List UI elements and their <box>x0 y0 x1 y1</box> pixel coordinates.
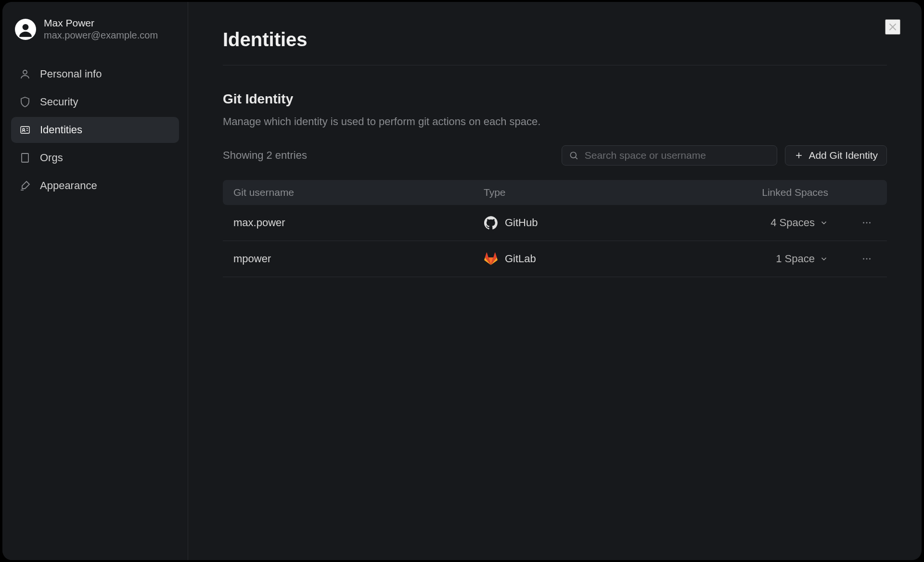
user-icon <box>19 68 31 80</box>
entries-count-label: Showing 2 entries <box>223 149 554 162</box>
building-icon <box>19 152 31 164</box>
search-icon <box>569 150 578 161</box>
svg-point-16 <box>571 152 577 158</box>
sidebar-item-appearance[interactable]: Appearance <box>11 173 179 199</box>
main-content: Identities Git Identity Manage which ide… <box>188 2 922 560</box>
row-actions-menu[interactable] <box>857 254 876 264</box>
avatar-icon <box>16 20 35 38</box>
row-actions-menu[interactable] <box>857 217 876 228</box>
github-icon <box>484 216 498 230</box>
gitlab-icon <box>484 252 498 266</box>
search-input[interactable] <box>585 150 770 161</box>
svg-point-6 <box>23 128 25 130</box>
section-title: Git Identity <box>223 91 887 107</box>
settings-modal: Max Power max.power@example.com Personal… <box>2 2 922 560</box>
sidebar-nav: Personal info Security Identities Orgs <box>11 61 179 199</box>
linked-spaces-dropdown[interactable]: 1 Space <box>734 253 857 265</box>
cell-type: GitHub <box>484 216 734 230</box>
more-icon <box>861 254 872 264</box>
profile-email: max.power@example.com <box>44 30 158 41</box>
toolbar: Showing 2 entries Add Git Identity <box>223 145 887 166</box>
svg-line-17 <box>576 157 578 159</box>
shield-icon <box>19 96 31 108</box>
chevron-down-icon <box>820 255 828 263</box>
table-row: max.power GitHub 4 Spaces <box>223 205 887 241</box>
cell-username: mpower <box>233 253 484 265</box>
svg-point-23 <box>863 258 864 260</box>
plus-icon <box>794 151 804 160</box>
sidebar-item-label: Personal info <box>40 68 102 80</box>
linked-spaces-dropdown[interactable]: 4 Spaces <box>734 217 857 229</box>
cell-type-label: GitHub <box>505 217 538 229</box>
sidebar-item-label: Identities <box>40 124 82 136</box>
identities-table: Git username Type Linked Spaces max.powe… <box>223 180 887 277</box>
cell-username: max.power <box>233 217 484 229</box>
table-row: mpower GitLab 1 Space <box>223 241 887 277</box>
section-description: Manage which identity is used to perform… <box>223 115 887 128</box>
sidebar: Max Power max.power@example.com Personal… <box>2 2 188 560</box>
id-card-icon <box>19 124 31 136</box>
page-title: Identities <box>223 29 887 65</box>
svg-point-20 <box>863 222 864 224</box>
column-header-username: Git username <box>233 187 484 198</box>
profile-name: Max Power <box>44 17 158 29</box>
svg-rect-5 <box>21 127 29 133</box>
spaces-count-label: 4 Spaces <box>770 217 815 229</box>
svg-point-22 <box>869 222 871 224</box>
sidebar-item-orgs[interactable]: Orgs <box>11 145 179 171</box>
avatar <box>15 19 36 40</box>
table-header: Git username Type Linked Spaces <box>223 180 887 205</box>
add-git-identity-button[interactable]: Add Git Identity <box>785 145 887 166</box>
column-header-spaces: Linked Spaces <box>734 187 876 198</box>
svg-point-21 <box>866 222 868 224</box>
sidebar-item-security[interactable]: Security <box>11 89 179 115</box>
svg-rect-9 <box>22 153 28 162</box>
sidebar-item-label: Appearance <box>40 179 97 192</box>
sidebar-item-personal-info[interactable]: Personal info <box>11 61 179 87</box>
svg-point-25 <box>869 258 871 260</box>
more-icon <box>861 217 872 228</box>
svg-point-4 <box>23 70 27 74</box>
sidebar-item-label: Orgs <box>40 152 63 164</box>
git-identity-section: Git Identity Manage which identity is us… <box>223 91 887 277</box>
chevron-down-icon <box>820 218 828 227</box>
brush-icon <box>19 179 31 192</box>
spaces-count-label: 1 Space <box>776 253 815 265</box>
sidebar-item-label: Security <box>40 96 78 108</box>
svg-point-24 <box>866 258 868 260</box>
search-box[interactable] <box>562 145 777 166</box>
sidebar-item-identities[interactable]: Identities <box>11 117 179 143</box>
add-button-label: Add Git Identity <box>808 150 878 161</box>
svg-point-3 <box>23 24 29 30</box>
cell-type-label: GitLab <box>505 253 536 265</box>
profile-header: Max Power max.power@example.com <box>11 15 179 54</box>
column-header-type: Type <box>484 187 734 198</box>
cell-type: GitLab <box>484 252 734 266</box>
